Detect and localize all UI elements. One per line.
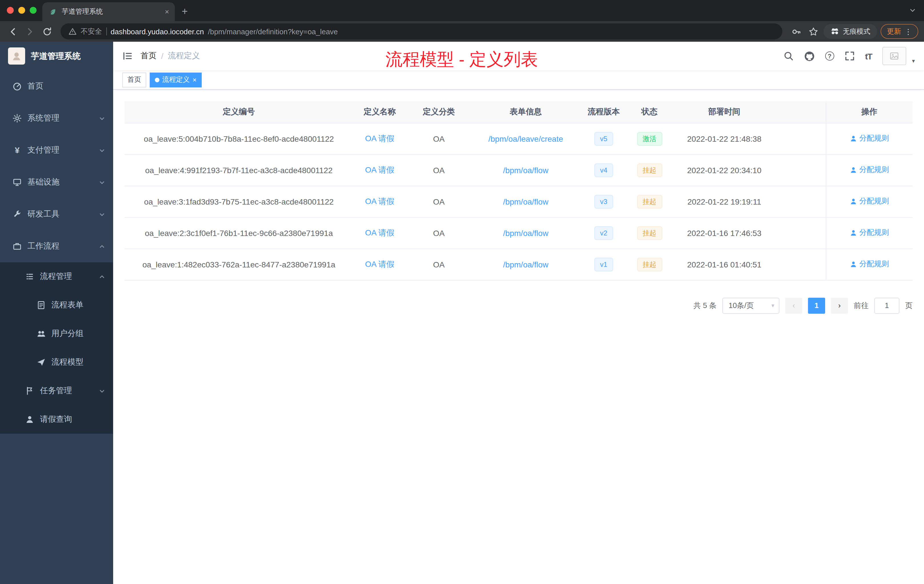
fullscreen-icon[interactable]: [845, 51, 855, 61]
new-tab-button[interactable]: +: [182, 5, 188, 18]
sidebar-item-process-model[interactable]: 流程模型: [0, 348, 113, 376]
user-icon: [850, 229, 857, 237]
sidebar-item-infrastructure[interactable]: 基础设施: [0, 166, 113, 198]
security-label[interactable]: 不安全: [81, 26, 102, 36]
tab-title: 芋道管理系统: [62, 7, 160, 16]
main-area: 首页 / 流程定义 ? tT: [113, 42, 924, 584]
logo-avatar: [8, 48, 25, 64]
definition-id: oa_leave:2:3c1f0ef1-76b1-11ec-9c66-a2380…: [145, 228, 333, 238]
sidebar-item-home[interactable]: 首页: [0, 70, 113, 102]
password-key-icon[interactable]: [789, 25, 803, 38]
not-secure-warning-icon[interactable]: [69, 27, 77, 35]
paper-plane-icon: [36, 358, 46, 367]
definition-category: OA: [433, 228, 445, 238]
page-size-select[interactable]: 10条/页 ▾: [722, 297, 779, 313]
tab-search-icon[interactable]: [909, 7, 916, 14]
forward-button[interactable]: [23, 25, 36, 38]
assign-rule-link[interactable]: 分配规则: [850, 134, 889, 144]
browser-tab-strip: 芋道管理系统 × +: [0, 0, 924, 21]
omnibox-divider: [106, 27, 107, 35]
goto-page-input[interactable]: [874, 297, 899, 313]
breadcrumb-separator: /: [161, 51, 163, 61]
address-bar[interactable]: 不安全 dashboard.yudao.iocoder.cn/bpm/manag…: [61, 23, 782, 40]
next-page-button[interactable]: ›: [831, 297, 848, 313]
tag-close-icon[interactable]: ×: [193, 76, 196, 83]
tab-favicon-icon: [48, 7, 57, 16]
sidebar-fold-icon[interactable]: [122, 51, 132, 61]
briefcase-icon: [13, 242, 22, 251]
assign-rule-link[interactable]: 分配规则: [850, 165, 889, 175]
definition-name-link[interactable]: OA 请假: [365, 228, 394, 237]
status-badge: 挂起: [637, 226, 662, 240]
sidebar-item-process-management[interactable]: 流程管理: [0, 262, 113, 291]
goto-suffix: 页: [905, 300, 912, 310]
prev-page-button[interactable]: ‹: [785, 297, 802, 313]
form-info-link[interactable]: /bpm/oa/flow: [503, 165, 549, 175]
sidebar-item-user-group[interactable]: 用户分组: [0, 319, 113, 348]
bookmark-star-icon[interactable]: [806, 25, 820, 38]
form-info-link[interactable]: /bpm/oa/leave/create: [488, 134, 563, 143]
assign-rule-link[interactable]: 分配规则: [850, 259, 889, 269]
current-page-button[interactable]: 1: [808, 297, 825, 313]
help-icon[interactable]: ?: [825, 51, 834, 61]
github-icon[interactable]: [804, 51, 815, 61]
form-info-link[interactable]: /bpm/oa/flow: [503, 197, 549, 206]
tag-home[interactable]: 首页: [122, 72, 146, 87]
sidebar-item-payment[interactable]: ¥ 支付管理: [0, 134, 113, 166]
definition-name-link[interactable]: OA 请假: [365, 196, 394, 205]
definition-category: OA: [433, 134, 445, 143]
app-logo[interactable]: 芋道管理系统: [0, 42, 113, 70]
tag-process-definition[interactable]: 流程定义 ×: [150, 72, 202, 87]
breadcrumb-home[interactable]: 首页: [140, 51, 157, 61]
user-avatar[interactable]: [882, 47, 906, 65]
chevron-down-icon: [99, 388, 105, 394]
sidebar-item-workflow[interactable]: 工作流程: [0, 230, 113, 262]
sidebar-item-task-management[interactable]: 任务管理: [0, 376, 113, 405]
browser-update-button[interactable]: 更新 ⋮: [881, 24, 918, 39]
definition-name-link[interactable]: OA 请假: [365, 259, 394, 268]
zoom-window-button[interactable]: [30, 7, 36, 14]
browser-tab[interactable]: 芋道管理系统 ×: [42, 2, 175, 21]
flag-icon: [25, 386, 34, 396]
user-icon: [850, 261, 857, 268]
table-row: oa_leave:4:991f2193-7b7f-11ec-a3c8-acde4…: [125, 154, 912, 186]
chevron-down-icon: [99, 211, 105, 218]
definition-name-link[interactable]: OA 请假: [365, 134, 394, 143]
tab-close-icon[interactable]: ×: [165, 7, 169, 16]
search-icon[interactable]: [784, 51, 794, 61]
definition-category: OA: [433, 165, 445, 175]
browser-menu-icon[interactable]: ⋮: [904, 27, 912, 36]
sidebar-item-system[interactable]: 系统管理: [0, 102, 113, 134]
app-title: 芋道管理系统: [31, 51, 81, 61]
form-info-link[interactable]: /bpm/oa/flow: [503, 228, 549, 238]
back-button[interactable]: [6, 25, 20, 38]
font-size-icon[interactable]: tT: [865, 51, 872, 61]
chevron-down-icon: [99, 115, 105, 121]
version-badge: v4: [594, 163, 613, 177]
sidebar-item-devtools[interactable]: 研发工具: [0, 198, 113, 230]
page-content: 定义编号 定义名称 定义分类 表单信息 流程版本 状态 部署时间 操作: [113, 90, 924, 584]
sidebar-item-process-form[interactable]: 流程表单: [0, 291, 113, 319]
definition-id: oa_leave:4:991f2193-7b7f-11ec-a3c8-acde4…: [145, 165, 333, 175]
assign-rule-link[interactable]: 分配规则: [850, 228, 889, 238]
wrench-icon: [13, 210, 22, 219]
incognito-icon: [830, 27, 840, 36]
sidebar-item-leave-query[interactable]: 请假查询: [0, 405, 113, 434]
assign-rule-link[interactable]: 分配规则: [850, 196, 889, 206]
total-count: 共 5 条: [693, 300, 716, 310]
definition-id: oa_leave:3:1fad3d93-7b75-11ec-a3c8-acde4…: [144, 197, 334, 206]
deploy-time: 2022-01-16 01:40:51: [687, 260, 761, 269]
table-row: oa_leave:1:482ec033-762a-11ec-8477-a2380…: [125, 249, 912, 280]
form-info-link[interactable]: /bpm/oa/flow: [503, 260, 549, 269]
avatar-caret-icon[interactable]: ▾: [912, 58, 915, 65]
deploy-time: 2022-01-16 17:46:53: [687, 228, 761, 238]
annotation-text: 流程模型 - 定义列表: [385, 48, 538, 71]
reload-button[interactable]: [40, 25, 54, 38]
col-definition-category: 定义分类: [406, 101, 472, 123]
definition-name-link[interactable]: OA 请假: [365, 165, 394, 174]
close-window-button[interactable]: [7, 7, 14, 14]
minimize-window-button[interactable]: [18, 7, 25, 14]
deploy-time: 2022-01-22 20:34:10: [687, 165, 761, 175]
deploy-time: 2022-01-22 19:19:11: [687, 197, 761, 206]
sidebar: 芋道管理系统 首页 系统管理: [0, 42, 113, 584]
